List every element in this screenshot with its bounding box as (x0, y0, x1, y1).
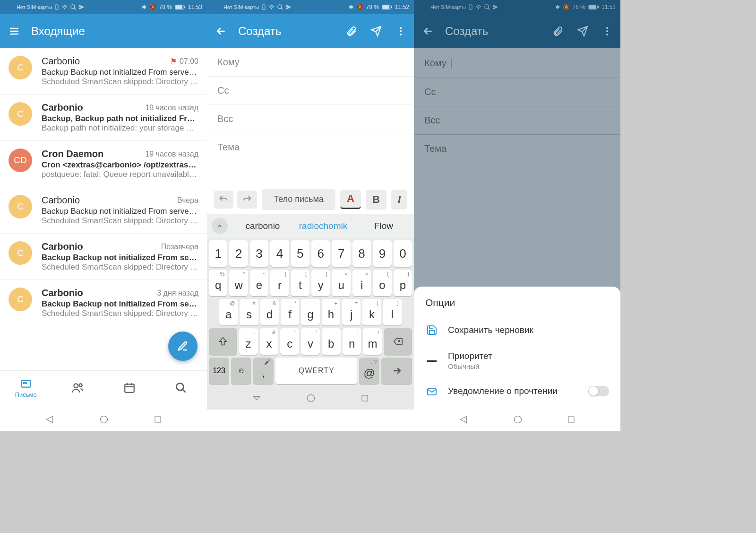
key-k[interactable]: (k (362, 299, 381, 325)
key-i[interactable]: >i (352, 270, 371, 296)
recent-button[interactable] (567, 415, 576, 424)
key-q[interactable]: %q (209, 270, 227, 296)
nav-contacts[interactable] (61, 382, 94, 394)
key-b[interactable]: :b (322, 328, 341, 355)
svg-rect-20 (391, 6, 392, 8)
time: 3 дня назад (157, 289, 198, 297)
email-item[interactable]: C Carbonio 19 часов назад Backup, Backup… (0, 95, 207, 141)
key-f[interactable]: *f (281, 299, 299, 325)
home-button[interactable] (99, 415, 109, 424)
expand-suggestions[interactable] (212, 218, 228, 234)
home-button[interactable] (306, 393, 316, 403)
key-e[interactable]: ~e (250, 270, 268, 296)
svg-point-24 (308, 395, 315, 402)
body-placeholder[interactable]: Тело письма (262, 189, 335, 210)
email-item[interactable]: C Carbonio 3 дня назад Backup Backup not… (0, 280, 207, 326)
key-j[interactable]: =j (342, 299, 361, 325)
suggestion-2[interactable]: radiochomik (298, 221, 349, 231)
key-o[interactable]: {o (373, 270, 391, 296)
back-button[interactable] (459, 415, 468, 424)
numbers-key[interactable]: 123 (209, 358, 229, 384)
option-read-receipt[interactable]: Уведомление о прочтении (414, 378, 620, 404)
suggestion-3[interactable]: Flow (358, 221, 409, 231)
redo-button[interactable] (237, 191, 257, 209)
key-a[interactable]: @a (219, 299, 238, 325)
key-2[interactable]: 2 (229, 240, 248, 267)
svg-point-27 (478, 9, 479, 9)
back-button[interactable] (45, 415, 54, 424)
bcc-field[interactable]: Bcc (207, 105, 414, 133)
cc-field[interactable]: Cc (207, 77, 414, 105)
svg-point-13 (101, 416, 108, 423)
key-9[interactable]: 9 (373, 240, 391, 267)
space-key[interactable]: QWERTY (275, 358, 357, 384)
key-6[interactable]: 6 (311, 240, 330, 267)
email-item[interactable]: C Carbonio Вчера Backup Backup not initi… (0, 187, 207, 234)
emoji-key[interactable]: ☺ (231, 358, 251, 384)
text-color-button[interactable]: A (340, 190, 361, 209)
comma-key[interactable]: 🎤, (253, 358, 274, 384)
svg-rect-25 (362, 395, 368, 401)
key-c[interactable]: "c (280, 328, 299, 355)
suggestion-1[interactable]: carbonio (237, 221, 288, 231)
key-v[interactable]: 'v (301, 328, 320, 355)
hide-kb-button[interactable] (252, 393, 261, 403)
option-save-draft[interactable]: Сохранить черновик (414, 317, 620, 343)
key-s[interactable]: #s (240, 299, 258, 325)
key-h[interactable]: +h (322, 299, 340, 325)
backspace-key[interactable] (384, 328, 412, 355)
key-w[interactable]: ^w (229, 270, 248, 296)
key-x[interactable]: ₽x (260, 328, 279, 355)
bold-button[interactable]: B (366, 190, 387, 210)
key-3[interactable]: 3 (250, 240, 268, 267)
key-m[interactable]: /m (363, 328, 382, 355)
key-l[interactable]: )l (383, 299, 402, 325)
key-4[interactable]: 4 (270, 240, 289, 267)
key-u[interactable]: <u (332, 270, 350, 296)
key-0[interactable]: 0 (394, 240, 412, 267)
key-z[interactable]: -z (239, 328, 258, 355)
back-button[interactable] (213, 23, 230, 40)
nav-search[interactable] (164, 382, 198, 394)
period-key[interactable]: .!?@ (359, 358, 379, 384)
recent-button[interactable] (154, 415, 162, 424)
svg-point-10 (79, 384, 83, 387)
key-7[interactable]: 7 (332, 240, 350, 267)
sim-status: Нет SIM-карты (17, 4, 52, 10)
bottom-nav: Письмо (0, 370, 207, 408)
nav-calendar[interactable] (113, 382, 146, 394)
enter-key[interactable] (381, 358, 412, 384)
back-button[interactable] (420, 23, 437, 40)
home-button[interactable] (513, 415, 523, 424)
option-priority[interactable]: Приоритет Обычный (414, 343, 620, 378)
key-g[interactable]: -g (301, 299, 319, 325)
key-t[interactable]: [t (291, 270, 309, 296)
email-item[interactable]: C Carbonio Позавчера Backup Backup not i… (0, 234, 207, 280)
more-button[interactable] (393, 24, 408, 39)
send-button[interactable] (369, 24, 384, 39)
key-p[interactable]: }p (394, 270, 412, 296)
options-sheet: Опции Сохранить черновик Приоритет Обычн… (414, 287, 620, 408)
key-1[interactable]: 1 (209, 240, 227, 267)
key-5[interactable]: 5 (291, 240, 309, 267)
attach-button[interactable] (344, 24, 359, 39)
keyboard[interactable]: 1234567890 %q^w~e|r[t]y<u>i{o}p @a#s&d*f… (207, 238, 414, 387)
italic-button[interactable]: I (391, 190, 407, 210)
key-r[interactable]: |r (270, 270, 289, 296)
recent-button[interactable] (361, 394, 369, 402)
menu-button[interactable] (6, 23, 23, 40)
email-list[interactable]: C Carbonio ⚑07:00 Backup Backup not init… (0, 48, 207, 370)
undo-button[interactable] (214, 191, 233, 209)
to-field[interactable]: Кому (207, 48, 414, 77)
key-y[interactable]: ]y (311, 270, 330, 296)
read-receipt-toggle[interactable] (588, 386, 609, 396)
subject-field[interactable]: Тема (207, 133, 414, 161)
email-item[interactable]: C Carbonio ⚑07:00 Backup Backup not init… (0, 48, 207, 95)
nav-mail[interactable]: Письмо (9, 377, 43, 398)
shift-key[interactable] (209, 328, 237, 355)
email-item[interactable]: CD Cron Daemon 19 часов назад Cron <zext… (0, 141, 207, 187)
compose-fab[interactable] (168, 332, 198, 361)
key-n[interactable]: ;n (343, 328, 361, 355)
key-8[interactable]: 8 (352, 240, 371, 267)
key-d[interactable]: &d (260, 299, 279, 325)
